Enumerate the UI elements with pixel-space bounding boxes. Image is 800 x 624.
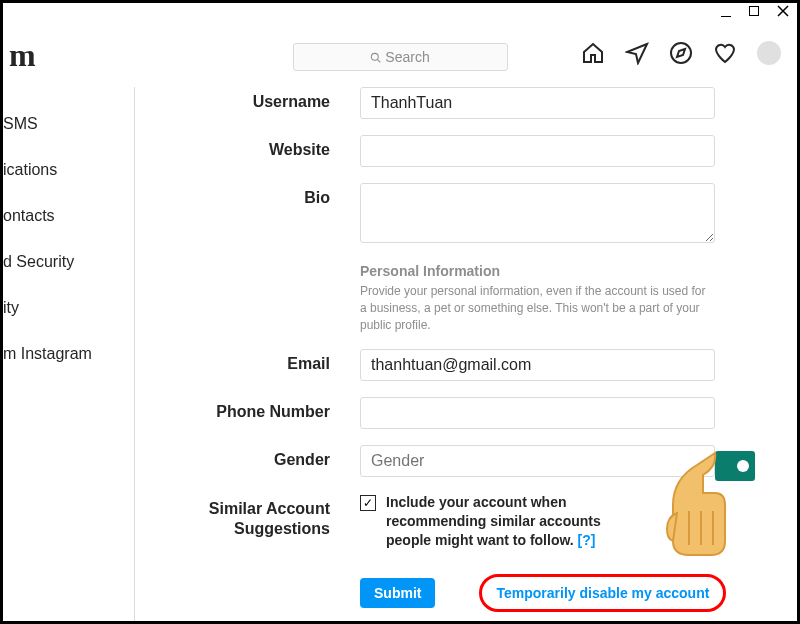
similar-suggestions-checkbox[interactable]: ✓ xyxy=(360,495,376,511)
similar-suggestions-label: Similar Account Suggestions xyxy=(165,493,360,539)
sidebar-item[interactable]: ontacts xyxy=(3,193,134,239)
gender-label: Gender xyxy=(165,445,360,469)
home-icon[interactable] xyxy=(581,41,605,65)
bio-input[interactable] xyxy=(360,183,715,243)
messages-icon[interactable] xyxy=(625,41,649,65)
avatar[interactable] xyxy=(757,41,781,65)
window-controls xyxy=(721,5,789,17)
sidebar-item[interactable]: d Security xyxy=(3,239,134,285)
close-icon[interactable] xyxy=(777,5,789,17)
personal-info-desc: Provide your personal information, even … xyxy=(360,283,715,333)
website-label: Website xyxy=(165,135,360,159)
pointer-hand-icon xyxy=(637,445,757,565)
sidebar-item[interactable]: SMS xyxy=(3,101,134,147)
search-input[interactable]: Search xyxy=(293,43,508,71)
explore-icon[interactable] xyxy=(669,41,693,65)
sidebar-item[interactable]: ity xyxy=(3,285,134,331)
search-icon xyxy=(370,52,381,63)
username-label: Username xyxy=(165,87,360,111)
website-input[interactable] xyxy=(360,135,715,167)
sidebar-item[interactable]: ications xyxy=(3,147,134,193)
bio-label: Bio xyxy=(165,183,360,207)
svg-line-1 xyxy=(378,59,381,62)
phone-label: Phone Number xyxy=(165,397,360,421)
email-label: Email xyxy=(165,349,360,373)
svg-point-0 xyxy=(372,53,379,60)
edit-profile-form: Username Website Bio Personal Informatio… xyxy=(135,87,797,621)
svg-point-2 xyxy=(671,43,691,63)
email-input[interactable] xyxy=(360,349,715,381)
minimize-icon[interactable] xyxy=(721,16,731,17)
sidebar-item[interactable]: m Instagram xyxy=(3,331,134,377)
svg-point-4 xyxy=(737,460,749,472)
phone-input[interactable] xyxy=(360,397,715,429)
personal-info-heading: Personal Information xyxy=(360,263,715,279)
top-nav-icons xyxy=(581,41,781,65)
search-placeholder: Search xyxy=(385,49,429,65)
username-input[interactable] xyxy=(360,87,715,119)
settings-sidebar: SMS ications ontacts d Security ity m In… xyxy=(3,87,135,621)
maximize-icon[interactable] xyxy=(749,6,759,16)
similar-help-link[interactable]: [?] xyxy=(578,532,596,548)
disable-account-link[interactable]: Temporarily disable my account xyxy=(479,574,726,612)
submit-button[interactable]: Submit xyxy=(360,578,435,608)
similar-suggestions-text: Include your account when recommending s… xyxy=(386,493,646,550)
activity-icon[interactable] xyxy=(713,41,737,65)
